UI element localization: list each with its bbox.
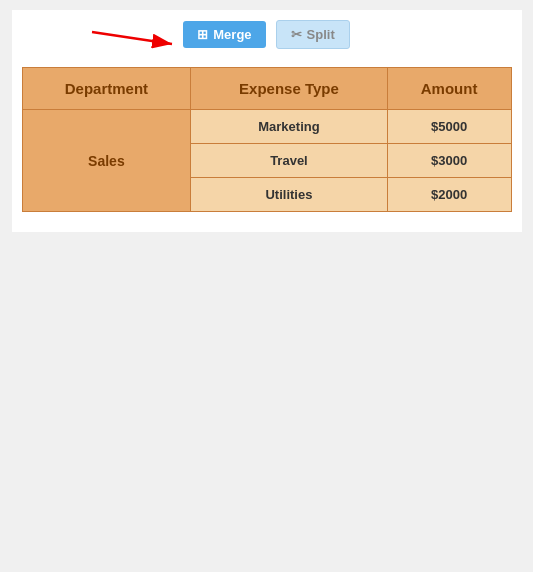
expense-cell: Utilities: [191, 178, 387, 212]
table-row: SalesMarketing$5000: [22, 110, 511, 144]
toolbar: ⊞ Merge ✂ Split: [22, 20, 512, 49]
merge-button[interactable]: ⊞ Merge: [183, 21, 265, 48]
header-row: Department Expense Type Amount: [22, 68, 511, 110]
split-label: Split: [307, 27, 335, 42]
dept-cell: Sales: [22, 110, 191, 212]
amount-cell: $2000: [387, 178, 511, 212]
col-expense-type: Expense Type: [191, 68, 387, 110]
main-container: ⊞ Merge ✂ Split Department Expense Type …: [12, 10, 522, 232]
col-amount: Amount: [387, 68, 511, 110]
expense-cell: Travel: [191, 144, 387, 178]
expense-table: Department Expense Type Amount SalesMark…: [22, 67, 512, 212]
amount-cell: $5000: [387, 110, 511, 144]
split-button[interactable]: ✂ Split: [276, 20, 350, 49]
amount-cell: $3000: [387, 144, 511, 178]
svg-line-1: [92, 32, 172, 44]
col-department: Department: [22, 68, 191, 110]
merge-label: Merge: [213, 27, 251, 42]
split-icon: ✂: [291, 27, 302, 42]
expense-cell: Marketing: [191, 110, 387, 144]
merge-icon: ⊞: [197, 27, 208, 42]
